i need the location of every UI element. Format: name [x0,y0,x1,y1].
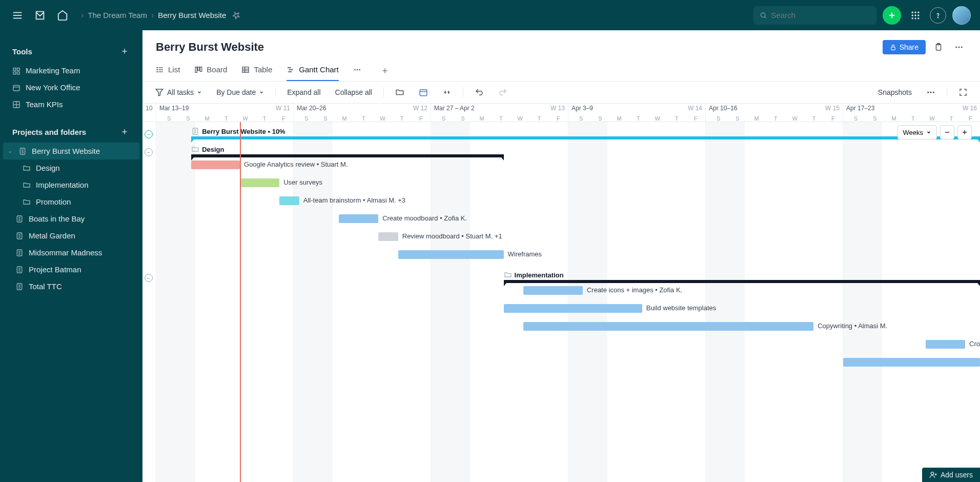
zoom-select[interactable]: Weeks [897,125,937,139]
sidebar-item[interactable]: New York Office [0,79,142,96]
folder-icon [23,181,31,189]
svg-rect-67 [198,67,199,70]
add-tool-button[interactable] [119,46,130,57]
task-bar[interactable] [843,358,980,367]
search-input[interactable] [753,6,876,25]
task-label: All-team brainstorm • Almasi M. +3 [303,196,405,204]
redo-button[interactable] [495,86,511,99]
search-field[interactable] [771,11,870,19]
toolbar-more-icon[interactable] [923,86,938,99]
share-label: Share [900,43,918,51]
tab-board[interactable]: Board [194,60,227,81]
add-users-button[interactable]: Add users [922,468,980,482]
parent-bar[interactable] [191,136,980,139]
undo-button[interactable] [472,86,487,99]
tab-gantt-chart[interactable]: Gantt Chart [287,60,339,81]
filter-button[interactable]: All tasks [152,86,205,99]
calendar-icon[interactable] [416,86,431,99]
add-user-icon [929,471,937,479]
tab-label: Gantt Chart [299,65,339,74]
inbox-icon[interactable] [32,7,48,24]
help-icon[interactable] [930,7,946,24]
gantt-body[interactable]: Berry Burst Website • 10%−Design−Impleme… [142,122,980,482]
breadcrumb: › The Dream Team › Berry Burst Website [81,9,747,22]
task-label: User surveys [283,178,322,186]
task-bar[interactable] [191,160,240,169]
task-bar[interactable] [339,214,378,223]
task-bar[interactable] [504,304,642,313]
link-icon[interactable] [439,86,455,99]
add-project-button[interactable] [119,126,130,137]
svg-rect-22 [17,72,19,74]
collapse-toggle[interactable]: − [145,130,153,138]
sidebar-subitem[interactable]: Promotion [0,193,142,210]
caret-icon[interactable]: ⌄ [6,148,13,154]
sidebar-item[interactable]: Metal Garden [0,227,142,244]
sidebar-item[interactable]: Team KPIs [0,96,142,113]
sidebar-item-label: Marketing Team [26,66,80,75]
task-label: Review moodboard • Stuart M. +1 [402,232,502,240]
gantt-chart: 10 Mar 13–19W 11SSMTWTFMar 20–26W 12SSMT… [142,104,980,482]
svg-point-3 [761,13,765,17]
svg-point-94 [931,472,933,475]
task-bar[interactable] [523,286,583,295]
pin-icon[interactable] [230,9,242,22]
sidebar-subitem[interactable]: Design [0,159,142,176]
sidebar-item-label: Boats in the Bay [29,214,85,223]
svg-point-15 [917,17,919,19]
fullscreen-icon[interactable] [955,86,971,99]
collapse-toggle[interactable]: − [145,148,153,156]
share-button[interactable]: Share [883,40,926,54]
clipboard-icon[interactable] [931,39,946,55]
collapse-toggle[interactable]: − [145,274,153,282]
svg-rect-69 [242,67,249,72]
task-bar[interactable] [279,196,299,205]
sidebar-item[interactable]: Project Batman [0,261,142,278]
sidebar-subitem[interactable]: Implementation [0,176,142,193]
sidebar-item[interactable]: Marketing Team [0,62,142,79]
more-icon[interactable] [951,39,967,55]
parent-bar[interactable] [504,280,980,283]
svg-rect-82 [420,90,427,96]
zoom-out-button[interactable] [940,125,954,139]
task-bar[interactable] [378,232,398,241]
zoom-in-button[interactable] [957,125,972,139]
svg-point-16 [937,17,938,17]
tab-more-icon[interactable] [353,61,361,81]
svg-rect-21 [13,72,16,74]
sort-button[interactable]: By Due date [213,86,267,98]
hamburger-icon[interactable] [9,7,26,24]
add-button[interactable] [883,6,901,25]
avatar[interactable] [952,6,971,25]
sidebar-item[interactable]: Midsommar Madness [0,244,142,261]
week-range: Mar 13–19 [159,105,189,112]
sidebar-item-label: Implementation [36,180,89,189]
day-letters: SSMTWTF [571,115,705,122]
svg-point-76 [354,69,356,70]
zoom-controls: Weeks [897,125,972,139]
sidebar-item-label: Berry Burst Website [32,147,100,155]
home-icon[interactable] [54,7,71,24]
sidebar-item[interactable]: Boats in the Bay [0,210,142,227]
task-bar[interactable] [523,322,813,331]
task-bar[interactable] [240,178,279,187]
expand-all-button[interactable]: Expand all [284,86,323,98]
view-tabs: ListBoardTableGantt Chart [142,60,980,82]
sidebar-item[interactable]: ⌄Berry Burst Website [3,143,139,159]
parent-bar[interactable] [191,154,503,157]
folder-icon[interactable] [392,86,407,99]
apps-icon[interactable] [907,7,924,24]
tab-table[interactable]: Table [241,60,272,81]
collapse-all-button[interactable]: Collapse all [332,86,375,98]
svg-point-7 [912,11,913,13]
gantt-icon [287,66,295,74]
add-tab-button[interactable] [376,62,394,80]
sidebar-item[interactable]: Total TTC [0,278,142,295]
task-bar[interactable] [398,250,504,259]
search-icon [760,11,767,19]
tab-list[interactable]: List [156,60,180,81]
task-bar[interactable] [926,340,965,349]
breadcrumb-parent[interactable]: The Dream Team [88,11,147,19]
snapshots-button[interactable]: Snapshots [875,86,915,98]
group-icon [191,145,199,153]
